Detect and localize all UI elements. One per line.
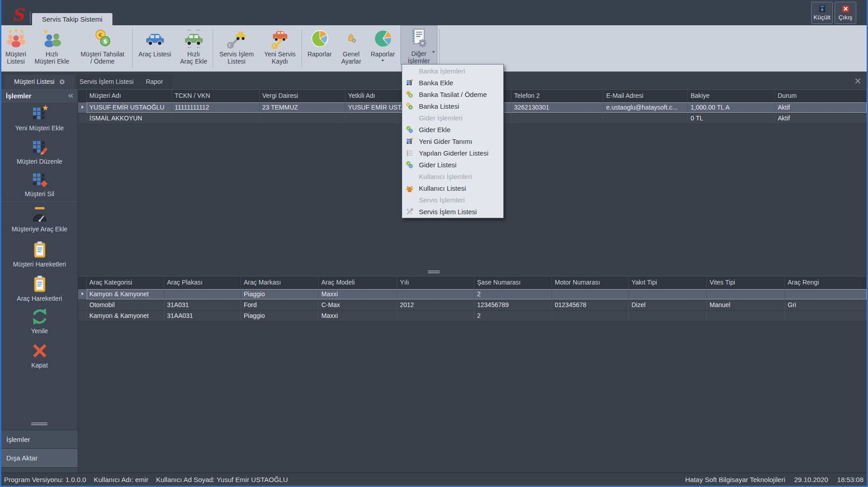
table-row[interactable]: Kamyon & Kamyonet Piaggio Maxxi 2	[78, 289, 867, 300]
cell: YUSUF EMİR USTAOĞLU	[87, 102, 172, 113]
ribbon-genel-ayarlar-button[interactable]: Genel Ayarlar	[337, 26, 366, 69]
quick-car-icon	[184, 28, 204, 49]
column-header[interactable]: Araç Modeli	[319, 276, 397, 289]
ribbon-arac-listesi-button[interactable]: Araç Listesi	[135, 26, 175, 69]
ribbon-musteri-listesi-button[interactable]: Müşteri Listesi	[3, 26, 29, 69]
menu-item-banka-listesi[interactable]: $ Banka Listesi	[402, 100, 503, 112]
sidebar-resize-handle[interactable]	[31, 423, 47, 425]
service-list-icon	[227, 28, 247, 49]
column-header[interactable]: Vergi Dairesi	[260, 90, 345, 102]
minimize-button[interactable]: Küçült	[811, 2, 833, 24]
column-header[interactable]: TCKN / VKN	[172, 90, 260, 102]
sidebar-item-arac-hareketleri[interactable]: Araç Hareketleri	[1, 275, 78, 302]
ribbon-hizli-arac-ekle-button[interactable]: Hızlı Araç Ekle	[176, 26, 211, 69]
column-header[interactable]: Telefon 2	[511, 90, 603, 102]
sidebar-item-musteri-duzenle[interactable]: Müşteri Düzenle	[1, 138, 78, 165]
sidebar-divider	[1, 202, 78, 202]
grid-add-icon	[406, 78, 415, 87]
menu-item-servis-islem-listesi[interactable]: Servis İşlem Listesi	[402, 206, 503, 217]
column-header[interactable]: Yılı	[397, 276, 474, 289]
menu-item-gider-ekle[interactable]: +- Gider Ekle	[402, 124, 503, 135]
row-indicator	[78, 102, 87, 113]
cell: Ford	[241, 300, 319, 310]
users-icon	[406, 184, 415, 192]
sidebar-group-islemler[interactable]: İşlemler	[1, 430, 78, 448]
table-row[interactable]: Otomobil 31A031 Ford C-Max 2012 12345678…	[78, 300, 867, 311]
svg-text:+: +	[407, 162, 409, 165]
status-username: Kullanıcı Adı: emir	[94, 476, 149, 483]
ribbon-hizli-musteri-ekle-button[interactable]: Hızlı Müşteri Ekle	[31, 26, 73, 69]
ribbon-diger-islemler-button[interactable]: Diğer İşlemler	[400, 25, 437, 65]
grid-add-icon	[406, 137, 415, 145]
ribbon-button-label: Yeni Servis Kaydı	[264, 51, 296, 65]
ribbon-musteri-tahsilat-odeme-button[interactable]: €$ Müşteri Tahsilat / Ödeme	[75, 26, 130, 69]
menu-item-label: Yeni Gider Tanımı	[419, 138, 472, 145]
tab-musteri-listesi[interactable]: Müşteri Listesi	[5, 75, 75, 88]
clipboard-icon	[31, 275, 49, 294]
column-header[interactable]: E-Mail Adresi	[603, 90, 688, 102]
splitter-handle[interactable]	[428, 271, 440, 273]
column-header[interactable]: Motor Numarası	[552, 276, 629, 289]
svg-text:$: $	[103, 38, 107, 45]
ribbon-raporlar-dropdown-button[interactable]: Raporlar	[367, 26, 399, 69]
menu-item-label: Yapılan Giderler Listesi	[419, 149, 488, 157]
collapse-panel-icon[interactable]	[67, 92, 74, 99]
status-company: Hatay Soft Bilgisayar Teknolojileri	[685, 476, 785, 483]
column-header[interactable]: Vites Tipi	[707, 276, 785, 289]
app-tab[interactable]: Servis Takip Sistemi	[32, 13, 112, 25]
document-close-icon[interactable]	[854, 77, 862, 87]
cell: C-Max	[319, 300, 397, 310]
exit-label: Çıkış	[839, 14, 853, 21]
pie-chart-icon	[310, 28, 330, 49]
column-header[interactable]: Durum	[775, 90, 867, 102]
cell: Piaggio	[241, 289, 319, 299]
ribbon-button-label: Diğer İşlemler	[408, 50, 430, 64]
row-indicator	[78, 311, 87, 321]
ribbon-servis-islem-listesi-button[interactable]: Servis İşlem Listesi	[214, 26, 259, 69]
column-header[interactable]: Bakiye	[688, 90, 775, 102]
sidebar-group-disa-aktar[interactable]: Dışa Aktar	[1, 448, 78, 467]
menu-item-gider-listesi[interactable]: +- Gider Listesi	[402, 159, 503, 170]
sidebar-item-kapat[interactable]: Kapat	[1, 341, 78, 369]
cell: e.ustaoglu@hataysoft.c...	[603, 102, 688, 113]
column-header[interactable]: Şase Numarası	[474, 276, 552, 289]
sidebar-item-musteri-hareketleri[interactable]: Müşteri Hareketleri	[1, 240, 78, 268]
tab-servis-islem-listesi[interactable]: Servis İşlem Listesi	[77, 75, 136, 88]
menu-item-kullanici-listesi[interactable]: Kullanıcı Listesi	[402, 182, 503, 194]
tab-close-icon[interactable]	[59, 78, 65, 85]
sidebar-item-musteri-sil[interactable]: Müşteri Sil	[1, 170, 78, 198]
ribbon-group-separator	[302, 29, 302, 68]
menu-item-banka-ekle[interactable]: Banka Ekle	[402, 77, 503, 88]
column-header[interactable]: Yakıt Tipi	[629, 276, 707, 289]
cell	[552, 289, 629, 299]
status-date: 29.10.2020	[794, 476, 828, 483]
header-indicator-cell	[78, 90, 87, 102]
tab-rapor[interactable]: Rapor	[137, 75, 172, 88]
sidebar-item-yeni-musteri-ekle[interactable]: Yeni Müşteri Ekle	[1, 104, 78, 132]
row-marker-icon	[80, 102, 85, 113]
menu-item-label: Gider Ekle	[419, 126, 450, 133]
exit-icon	[841, 4, 850, 14]
table-row[interactable]: Kamyon & Kamyonet 31AA031 Piaggio Maxxi …	[78, 311, 867, 322]
column-header[interactable]: Araç Rengi	[785, 276, 867, 289]
caret-down-icon	[380, 57, 386, 65]
column-header[interactable]: Araç Kategorisi	[87, 276, 164, 289]
column-header[interactable]: Araç Plakası	[164, 276, 241, 289]
column-header[interactable]: Müşteri Adı	[87, 90, 172, 102]
menu-header-banka-islemleri: Banka İşlemleri	[402, 65, 503, 77]
ribbon-raporlar-button[interactable]: Raporlar	[303, 26, 336, 69]
column-header[interactable]: Araç Markası	[241, 276, 319, 289]
app-logo: S	[12, 5, 23, 23]
menu-item-banka-tasilat-odeme[interactable]: €$ Banka Tasilat / Ödeme	[402, 88, 503, 100]
exit-button[interactable]: Çıkış	[835, 2, 856, 24]
cell: Manuel	[707, 300, 785, 310]
ribbon-yeni-servis-kaydi-button[interactable]: Yeni Servis Kaydı	[260, 26, 300, 69]
vehicles-table: Araç Kategorisi Araç Plakası Araç Markas…	[78, 276, 867, 322]
ribbon-button-label: Genel Ayarlar	[341, 51, 361, 65]
sidebar-item-musteriye-arac-ekle[interactable]: Müşteriye Araç Ekle	[1, 205, 78, 233]
cell: Aktif	[775, 102, 867, 113]
menu-item-yeni-gider-tanimi[interactable]: Yeni Gider Tanımı	[402, 135, 503, 147]
sidebar-item-yenile[interactable]: Yenile	[1, 307, 78, 335]
menu-item-yapilan-giderler-listesi[interactable]: Yapılan Giderler Listesi	[402, 147, 503, 159]
cell: 3262130301	[511, 102, 603, 113]
